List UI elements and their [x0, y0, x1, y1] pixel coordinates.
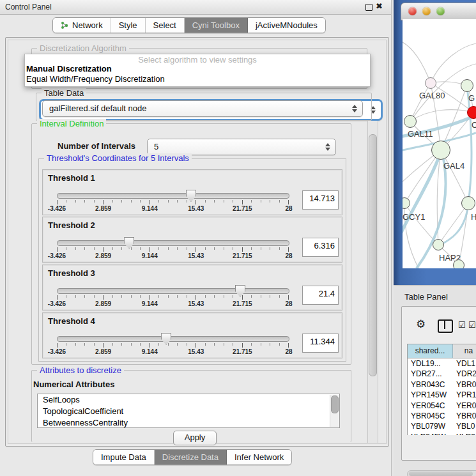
table-row[interactable]: YDR27... YDR2: [408, 369, 476, 379]
tick-label: 15.43: [188, 300, 204, 307]
table-row[interactable]: YBL079W YBL0: [408, 421, 476, 431]
slider-ticks: [57, 200, 289, 204]
attribute-item[interactable]: BetweennessCentrality: [38, 417, 339, 428]
tab-discretize-data[interactable]: Discretize Data: [155, 450, 227, 464]
algorithm-option-equal-width[interactable]: Equal Width/Frequency Discretization: [26, 74, 165, 84]
network-node[interactable]: [404, 115, 417, 128]
number-of-intervals-value: 5: [154, 142, 158, 151]
close-icon[interactable]: ✖: [376, 1, 383, 11]
network-node[interactable]: [453, 259, 464, 268]
top-tab-bar: Network Style Select Cyni Toolbox jActiv…: [0, 14, 391, 37]
table-row[interactable]: YPR145W YPR1: [408, 390, 476, 400]
tick-label: 2.859: [95, 300, 111, 307]
tick-label: -3.426: [48, 348, 66, 355]
tab-select[interactable]: Select: [146, 18, 185, 33]
tick-label: 21.715: [233, 348, 252, 355]
column-header-name[interactable]: na: [453, 344, 476, 358]
threshold-slider[interactable]: -3.4262.8599.14415.4321.71528: [43, 283, 330, 309]
interval-definition-group: Interval Definition Number of Intervals …: [31, 123, 351, 365]
cell-name: YPR1: [453, 390, 476, 400]
tab-label: jActiveMNodules: [256, 20, 318, 30]
apply-button[interactable]: Apply: [173, 431, 217, 445]
threshold-slider[interactable]: -3.4262.8599.14415.4321.71528: [43, 188, 330, 213]
checkbox-icon[interactable]: ☑: [458, 320, 466, 330]
network-node[interactable]: [425, 77, 436, 89]
column-header-shared-name[interactable]: shared...: [408, 344, 453, 358]
top-tabs-segment: Network Style Select Cyni Toolbox jActiv…: [52, 17, 326, 33]
attribute-items: SelfLoopsTopologicalCoefficientBetweenne…: [38, 394, 339, 428]
network-window-titlebar[interactable]: [401, 3, 476, 20]
numerical-attributes-list[interactable]: SelfLoopsTopologicalCoefficientBetweenne…: [37, 394, 340, 428]
table-row[interactable]: YLR345W YLR3: [408, 432, 476, 435]
threshold-value-field[interactable]: 6.316: [302, 238, 339, 257]
cell-name: YDL1: [453, 358, 476, 369]
threshold-value-field[interactable]: 11.344: [302, 334, 339, 353]
table-row[interactable]: YDL19... YDL1: [408, 358, 476, 369]
table-data-combobox[interactable]: galFiltered.sif default node: [42, 100, 363, 117]
slider-ticks: [57, 295, 289, 300]
control-panel-titlebar[interactable]: Control Panel ✖: [0, 0, 391, 15]
table-row[interactable]: YER054C YER0: [408, 401, 476, 411]
interval-definition-title: Interval Definition: [37, 119, 106, 128]
tab-jactivemnodules[interactable]: jActiveMNodules: [248, 18, 325, 33]
tab-cyni-toolbox[interactable]: Cyni Toolbox: [185, 18, 248, 33]
list-scrollbar-thumb[interactable]: [331, 395, 339, 413]
table-row[interactable]: YBR045C YBR0: [408, 411, 476, 421]
threshold-slider[interactable]: -3.4262.8599.14415.4321.71528: [43, 235, 330, 261]
slider-track[interactable]: [57, 193, 289, 199]
attributes-group-title: Attributes to discretize: [37, 365, 124, 375]
network-node[interactable]: [461, 196, 475, 210]
minimize-traffic-light-icon[interactable]: [422, 7, 431, 15]
close-traffic-light-icon[interactable]: [408, 7, 417, 15]
tab-impute-data[interactable]: Impute Data: [93, 450, 155, 464]
combo-arrows-icon: [352, 105, 357, 112]
tick-label: -3.426: [48, 300, 66, 307]
network-icon: [61, 21, 69, 29]
slider-track[interactable]: [57, 288, 289, 294]
tick-label: 28: [285, 348, 292, 355]
tick-label: 9.144: [142, 252, 158, 259]
content-scrollbar-thumb[interactable]: [369, 134, 377, 376]
float-window-icon[interactable]: [365, 4, 372, 11]
threshold-value-field[interactable]: 14.713: [302, 190, 339, 210]
table-rows: YDL19... YDL1 YDR27... YDR2 YBR043C YBR0…: [408, 358, 476, 435]
tick-label: 9.144: [142, 348, 158, 355]
cell-shared-name: YER054C: [408, 401, 453, 411]
cell-shared-name: YBR043C: [408, 380, 453, 390]
slider-track[interactable]: [57, 336, 289, 342]
tick-label: 28: [285, 252, 292, 259]
network-node[interactable]: [431, 141, 450, 160]
table-row[interactable]: YBR043C YBR0: [408, 380, 476, 390]
table-horizontal-scrollbar-thumb[interactable]: [409, 472, 473, 476]
network-node[interactable]: [433, 239, 444, 250]
threshold-value-field[interactable]: 21.4: [302, 286, 339, 305]
threshold-row: Threshold 3 -3.4262.8599.14415.4321.7152…: [42, 265, 342, 311]
zoom-traffic-light-icon[interactable]: [436, 7, 445, 15]
gear-icon[interactable]: ⚙: [416, 318, 426, 331]
algorithm-dropdown-popup: Select algorithm to view settings Manual…: [24, 54, 371, 87]
threshold-slider[interactable]: -3.4262.8599.14415.4321.71528: [43, 331, 330, 357]
cell-name: YER0: [453, 401, 476, 411]
tab-network[interactable]: Network: [53, 18, 111, 33]
tick-label: 28: [285, 205, 292, 212]
tab-infer-network[interactable]: Infer Network: [227, 450, 291, 464]
tab-style[interactable]: Style: [111, 18, 146, 33]
network-view-window: GAL80GCGAL11GAL4GCY1HHAP2: [394, 0, 476, 285]
threshold-label: Threshold 3: [48, 268, 95, 278]
column-selector-icon[interactable]: [438, 319, 453, 333]
screen: Control Panel ✖ Network Style Select Cyn…: [0, 0, 476, 476]
checkbox-icon[interactable]: ☑: [468, 320, 476, 330]
attribute-item[interactable]: TopologicalCoefficient: [38, 406, 339, 417]
network-node[interactable]: [467, 106, 476, 119]
algorithm-option-manual[interactable]: Manual Discretization: [26, 64, 112, 73]
network-canvas[interactable]: GAL80GCGAL11GAL4GCY1HHAP2: [403, 19, 476, 268]
cell-name: YLR3: [453, 432, 476, 435]
table-horizontal-scrollbar[interactable]: [407, 470, 476, 476]
slider-track[interactable]: [57, 240, 289, 246]
network-node-label: GCY1: [403, 212, 425, 222]
content-scrollbar[interactable]: [367, 121, 378, 443]
list-scrollbar[interactable]: [330, 395, 339, 427]
attribute-item[interactable]: SelfLoops: [38, 394, 339, 406]
network-node[interactable]: [461, 79, 473, 92]
cell-shared-name: YBL079W: [408, 421, 453, 431]
